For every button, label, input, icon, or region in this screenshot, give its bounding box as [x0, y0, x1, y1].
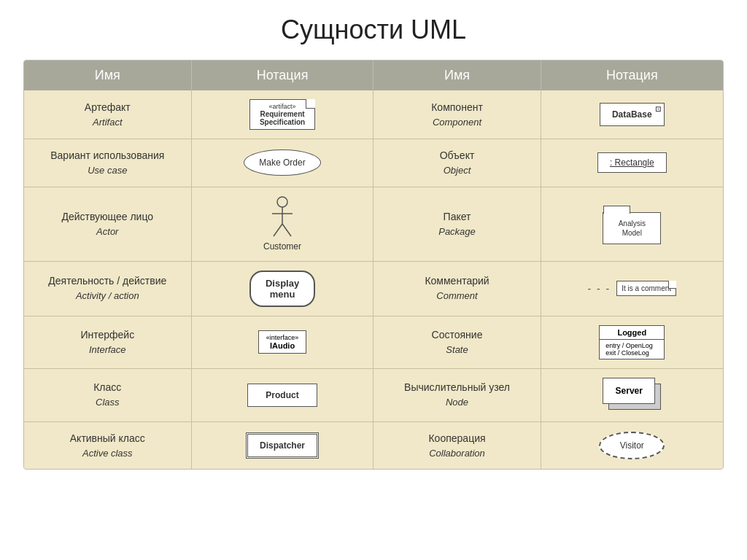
table-row: Действующее лицо Actor Customer Пакет Pa…: [24, 187, 723, 261]
header-notation2: Нотация: [541, 61, 723, 90]
svg-line-3: [274, 224, 282, 236]
notation-left: «artifact» RequirementSpecification: [191, 90, 374, 139]
header-name2: Имя: [374, 61, 541, 90]
notation-left: Dispatcher: [191, 421, 374, 469]
uml-table: Имя Нотация Имя Нотация Артефакт Artifac…: [23, 60, 724, 470]
header-notation1: Нотация: [191, 61, 374, 90]
entity-name-right: Вычислительный узел Node: [374, 368, 541, 421]
entity-name-right: Компонент Component: [374, 90, 541, 139]
entity-name-right: Пакет Package: [374, 187, 541, 261]
table-row: Артефакт Artifact «artifact» Requirement…: [24, 90, 723, 139]
table-row: Класс Class Product Вычислительный узел …: [24, 368, 723, 421]
entity-name-left: Класс Class: [24, 368, 191, 421]
notation-right: : Rectangle: [541, 139, 723, 187]
entity-name-left: Активный класс Active class: [24, 421, 191, 469]
table-row: Деятельность / действие Activity / actio…: [24, 261, 723, 316]
entity-name-right: Объект Object: [374, 139, 541, 187]
notation-right: Server: [541, 368, 723, 421]
entity-name-left: Действующее лицо Actor: [24, 187, 191, 261]
svg-line-4: [282, 224, 291, 236]
notation-left: «interface» IAudio: [191, 316, 374, 368]
notation-left: Product: [191, 368, 374, 421]
page-title: Сущности UML: [281, 15, 466, 45]
entity-name-right: Состояние State: [374, 316, 541, 368]
notation-left: Customer: [191, 187, 374, 261]
notation-right: Logged entry / OpenLogexit / CloseLog: [541, 316, 723, 368]
entity-name-right: Комментарий Comment: [374, 261, 541, 316]
entity-name-left: Артефакт Artifact: [24, 90, 191, 139]
notation-right: DataBase: [541, 90, 723, 139]
table-row: Интерфейс Interface «interface» IAudio С…: [24, 316, 723, 368]
entity-name-left: Вариант использования Use case: [24, 139, 191, 187]
notation-left: Displaymenu: [191, 261, 374, 316]
notation-right: Visitor: [541, 421, 723, 469]
entity-name-left: Деятельность / действие Activity / actio…: [24, 261, 191, 316]
notation-right: AnalysisModel: [541, 187, 723, 261]
table-row: Активный класс Active class Dispatcher К…: [24, 421, 723, 469]
entity-name-left: Интерфейс Interface: [24, 316, 191, 368]
table-row: Вариант использования Use case Make Orde…: [24, 139, 723, 187]
entity-name-right: Кооперация Collaboration: [374, 421, 541, 469]
svg-point-0: [277, 197, 287, 207]
notation-left: Make Order: [191, 139, 374, 187]
header-name1: Имя: [24, 61, 191, 90]
notation-right: - - - It is a comment: [541, 261, 723, 316]
